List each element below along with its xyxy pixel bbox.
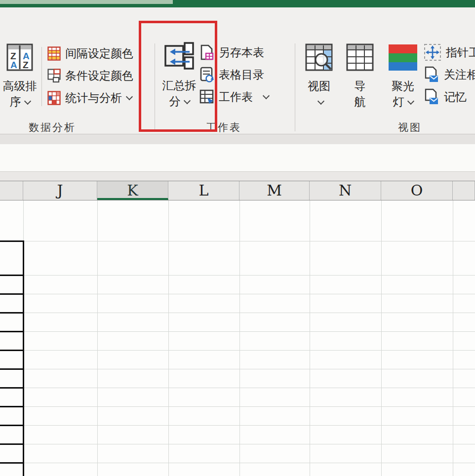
- column-header-J[interactable]: J: [23, 181, 97, 200]
- column-header-partial[interactable]: [0, 181, 23, 200]
- gridline-horizontal: [0, 406, 475, 407]
- spotlight-label-line2: 灯: [393, 95, 404, 108]
- navigation-icon: [345, 43, 375, 75]
- pointer-tool-label: 指针工: [446, 45, 475, 60]
- dropdown-caret-icon: [407, 98, 414, 105]
- svg-text:Z: Z: [23, 60, 29, 70]
- advanced-sort-label-line2: 序: [10, 95, 21, 108]
- dropdown-caret-icon: [126, 93, 133, 100]
- spotlight-button[interactable]: 聚光 灯: [385, 43, 421, 110]
- gridline-vertical: [239, 200, 240, 476]
- interval-color-icon: [47, 46, 61, 61]
- ribbon-lower-strip: [0, 134, 475, 144]
- bordered-table-row-line: [0, 387, 24, 389]
- spotlight-label-line1: 聚光: [392, 79, 414, 92]
- gridline-horizontal: [0, 241, 475, 241]
- column-header-row: JKLMNO: [0, 181, 475, 200]
- ribbon: Z A A Z 高级排 序: [0, 7, 475, 134]
- table-of-contents-label: 表格目录: [219, 67, 264, 82]
- application-window: Z A A Z 高级排 序: [0, 0, 475, 476]
- view-label: 视图: [308, 79, 330, 92]
- column-header-N[interactable]: N: [310, 181, 381, 200]
- interval-color-button[interactable]: 间隔设定颜色: [47, 44, 133, 62]
- memory-label: 记忆: [444, 89, 467, 105]
- conditional-color-icon: [47, 69, 61, 83]
- navigation-label-line1: 导: [355, 79, 366, 92]
- gridline-vertical: [381, 200, 382, 476]
- save-as-sheet-label: 另存本表: [219, 45, 264, 60]
- gridline-vertical: [168, 200, 169, 476]
- titlebar-accent-strip: [0, 0, 173, 4]
- bordered-table-row-line: [0, 312, 24, 314]
- column-header-M[interactable]: M: [239, 181, 310, 200]
- gridline-horizontal: [0, 444, 475, 444]
- gridline-horizontal: [0, 331, 475, 332]
- ribbon-divider: [41, 47, 42, 106]
- column-header-O[interactable]: O: [381, 181, 453, 200]
- bordered-table-row-line: [0, 368, 24, 370]
- gridline-horizontal: [0, 350, 475, 351]
- worksheet-grid[interactable]: [0, 200, 475, 476]
- statistics-analysis-label: 统计与分析: [65, 90, 122, 106]
- group-label-data-analysis: 数据分析: [24, 120, 81, 134]
- dropdown-caret-icon: [24, 98, 31, 105]
- bordered-table-row-line: [0, 462, 24, 464]
- conditional-color-button[interactable]: 条件设定颜色: [47, 67, 133, 84]
- gridline-horizontal: [0, 313, 475, 313]
- group-label-view: 视图: [390, 120, 430, 134]
- window-titlebar: [0, 0, 475, 7]
- memory-icon: [424, 88, 439, 105]
- bordered-table-right-edge: [23, 241, 24, 476]
- bordered-table-row-line: [0, 331, 24, 332]
- view-button[interactable]: 视图: [302, 43, 336, 110]
- advanced-sort-label-line1: 高级排: [3, 79, 37, 92]
- gridline-vertical: [453, 200, 453, 476]
- bordered-table-row-line: [0, 425, 24, 426]
- gridline-vertical: [310, 200, 310, 476]
- gridline-horizontal: [0, 369, 475, 369]
- pointer-tool-icon: [424, 43, 441, 61]
- gridline-horizontal: [0, 425, 475, 426]
- conditional-color-label: 条件设定颜色: [65, 68, 133, 83]
- interval-color-label: 间隔设定颜色: [65, 46, 133, 61]
- view-icon: [302, 43, 336, 75]
- pointer-tool-button[interactable]: 指针工: [424, 43, 475, 61]
- bordered-table-row-line: [0, 350, 24, 351]
- gridline-horizontal: [0, 275, 475, 276]
- dropdown-caret-icon: [263, 92, 270, 99]
- gridline-horizontal: [0, 294, 475, 294]
- statistics-icon: [47, 91, 61, 105]
- statistics-analysis-button[interactable]: 统计与分析: [47, 89, 132, 107]
- bordered-table-row-line: [0, 443, 24, 445]
- bordered-table-row-line: [0, 293, 24, 295]
- follow-label: 关注相: [444, 67, 475, 82]
- navigation-button[interactable]: 导 航: [345, 43, 375, 110]
- ribbon-group-divider: [295, 43, 295, 131]
- column-header-L[interactable]: L: [168, 181, 239, 200]
- follow-icon: [424, 66, 439, 83]
- column-header-K[interactable]: K: [97, 181, 168, 200]
- memory-button[interactable]: 记忆: [424, 88, 467, 106]
- header-top-strip: [0, 172, 475, 181]
- navigation-label-line2: 航: [355, 95, 366, 108]
- spotlight-icon: [385, 43, 421, 75]
- column-header-partial[interactable]: [453, 181, 475, 200]
- gridline-vertical: [97, 200, 98, 476]
- formula-bar-area[interactable]: [0, 144, 475, 171]
- advanced-sort-button[interactable]: Z A A Z 高级排 序: [0, 43, 40, 110]
- bordered-table-row-line: [0, 275, 24, 276]
- bordered-table-row-line: [0, 406, 24, 407]
- svg-text:A: A: [10, 60, 17, 70]
- sort-za-az-icon: Z A A Z: [0, 43, 40, 75]
- gridline-horizontal: [0, 463, 475, 463]
- worksheet-label: 工作表: [219, 89, 253, 105]
- annotation-red-box: [139, 21, 217, 132]
- dropdown-caret-icon: [317, 98, 324, 105]
- bordered-table-row-line: [0, 240, 24, 242]
- gridline-horizontal: [0, 388, 475, 388]
- follow-button[interactable]: 关注相: [424, 66, 475, 83]
